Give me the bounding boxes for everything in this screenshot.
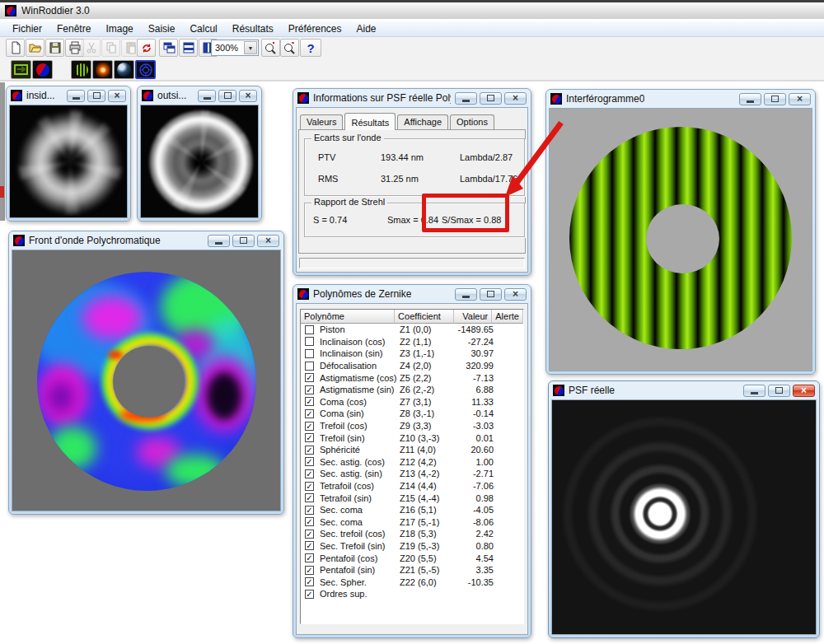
zernike-row[interactable]: ✓Sec. astig. (sin)Z13 (4,-2)-2.71 [301,468,523,480]
tab-resultats[interactable]: Résultats [344,113,396,130]
maximize-button[interactable] [218,90,236,102]
copy-button[interactable] [101,39,120,57]
tab-options[interactable]: Options [450,114,494,129]
zernike-row[interactable]: ✓Pentafoil (sin)Z21 (5,-5)3.35 [301,564,523,576]
zernike-row[interactable]: ✓Trefoil (cos)Z9 (3,3)-3.03 [301,420,523,432]
tab-affichage[interactable]: Affichage [397,114,448,129]
zernike-checkbox[interactable]: ✓ [305,433,314,442]
window-outside[interactable]: outsi... × [137,86,262,222]
window-inside-titlebar[interactable]: insid... × [7,86,130,104]
cascade-windows-button[interactable] [159,39,178,57]
close-button[interactable]: × [108,90,126,102]
menu-fenetre[interactable]: Fenêtre [49,21,98,36]
close-button[interactable]: × [789,93,811,105]
menu-preferences[interactable]: Préférences [281,21,349,36]
window-inside[interactable]: insid... × [6,86,131,222]
zernike-row[interactable]: PistonZ1 (0,0)-1489.65 [301,324,523,336]
window-psf-info[interactable]: Informations sur PSF réelle Polychro... … [293,88,531,276]
zernike-row[interactable]: ✓Ordres sup. [301,588,523,600]
zernike-row[interactable]: ✓Pentafoil (cos)Z20 (5,5)4.54 [301,552,523,564]
zernike-table[interactable]: Polynôme Coefficient Valeur Alerte Pisto… [300,309,524,624]
zernike-row[interactable]: ✓Astigmatisme (cos)Z5 (2,2)-7.13 [301,371,523,384]
menu-fichier[interactable]: Fichier [5,21,49,36]
window-wavefront-titlebar[interactable]: Front d'onde Polychromatique × [9,231,283,249]
tab-valeurs[interactable]: Valeurs [300,114,343,129]
maximize-button[interactable] [480,92,502,105]
maximize-button[interactable] [768,385,790,397]
combobox-dropdown-arrow[interactable]: ▼ [244,41,257,54]
interferogram-canvas[interactable] [549,108,812,371]
window-interferogram[interactable]: Interférogramme0 × [545,89,816,375]
menu-saisie[interactable]: Saisie [141,21,183,36]
zernike-checkbox[interactable]: ✓ [305,457,314,466]
zernike-row[interactable]: ✓SphéricitéZ11 (4,0)20.60 [301,444,523,456]
zernike-checkbox[interactable]: ✓ [305,397,314,406]
window-psf-reelle-titlebar[interactable]: PSF réelle × [549,381,819,399]
zernike-checkbox[interactable]: ✓ [305,590,314,599]
zernike-checkbox[interactable] [305,349,314,358]
close-button[interactable]: × [257,235,279,247]
close-button[interactable]: × [504,288,527,301]
close-button[interactable]: × [504,92,527,105]
minimize-button[interactable] [208,235,230,247]
zoom-level-combobox[interactable]: 300% ▼ [211,40,259,56]
wavefront-canvas[interactable] [12,250,281,511]
window-interferogram-titlebar[interactable]: Interférogramme0 × [546,90,815,107]
zernike-checkbox[interactable]: ✓ [305,506,314,515]
window-psf-reelle[interactable]: PSF réelle × [548,380,820,638]
roddier-logo-button[interactable] [32,60,53,79]
psf-view-button[interactable] [92,60,113,79]
zernike-checkbox[interactable]: ✓ [305,422,314,431]
zernike-checkbox[interactable]: ✓ [305,446,314,455]
zernike-checkbox[interactable]: ✓ [305,482,314,491]
minimize-button[interactable] [198,90,216,102]
column-coefficient[interactable]: Coefficient [395,310,453,324]
zernike-checkbox[interactable]: ✓ [305,517,314,526]
zoom-out-button[interactable] [280,39,299,57]
zernike-checkbox[interactable]: ✓ [305,530,314,539]
menu-image[interactable]: Image [98,21,140,36]
window-wavefront[interactable]: Front d'onde Polychromatique × [8,231,284,515]
zernike-row[interactable]: ✓Sec. comaZ16 (5,1)-4.05 [301,504,523,516]
zernike-checkbox[interactable]: ✓ [305,566,314,575]
minimize-button[interactable] [67,90,85,102]
zernike-checkbox[interactable]: ✓ [305,553,314,562]
zernike-row[interactable]: ✓Tetrafoil (cos)Z14 (4,4)-7.06 [301,480,523,492]
inside-image-canvas[interactable] [9,105,128,218]
close-button[interactable]: × [239,90,257,102]
zernike-row[interactable]: ✓Sec. comaZ17 (5,-1)-8.06 [301,516,523,529]
zernike-checkbox[interactable]: ✓ [305,385,314,394]
menu-aide[interactable]: Aide [349,21,384,36]
zernike-row[interactable]: Inclinaison (cos)Z2 (1,1)-27.24 [301,336,523,348]
minimize-button[interactable] [455,92,477,105]
zernike-checkbox[interactable]: ✓ [305,493,314,502]
save-button[interactable] [45,39,64,57]
zernike-row[interactable]: Inclinaison (sin)Z3 (1,-1)30.97 [301,348,523,360]
zernike-row[interactable]: ✓Astigmatisme (sin)Z6 (2,-2)6.88 [301,384,523,396]
open-button[interactable] [26,39,44,57]
maximize-button[interactable] [232,235,255,247]
help-button[interactable]: ? [300,39,321,57]
zoom-in-button[interactable] [261,39,280,57]
column-alerte[interactable]: Alerte [492,310,523,324]
psf-canvas[interactable] [551,399,817,635]
interferogram-view-button[interactable] [71,60,91,79]
zernike-row[interactable]: ✓Tetrafoil (sin)Z15 (4,-4)0.98 [301,492,523,504]
outside-image-canvas[interactable] [140,105,259,218]
zernike-row[interactable]: DéfocalisationZ4 (2,0)320.99 [301,360,523,372]
recompute-button[interactable] [137,39,156,57]
cut-button[interactable] [82,39,101,57]
zernike-row[interactable]: ✓Coma (cos)Z7 (3,1)11.33 [301,396,523,408]
zernike-row[interactable]: ✓Coma (sin)Z8 (3,-1)-0.14 [301,408,523,420]
zernike-row[interactable]: ✓Trefoil (sin)Z10 (3,-3)0.01 [301,432,523,444]
window-psf-info-titlebar[interactable]: Informations sur PSF réelle Polychro... … [293,89,531,106]
zernike-checkbox[interactable]: ✓ [305,469,314,478]
window-zernike[interactable]: Polynômes de Zernike × Polynôme Coeffici… [293,284,531,638]
zernike-checkbox[interactable]: ✓ [305,409,314,418]
close-button[interactable]: × [793,385,815,397]
zernike-row[interactable]: ✓Sec. trefoil (cos)Z18 (5,3)2.42 [301,528,523,540]
zernike-checkbox[interactable]: ✓ [305,373,314,382]
zernike-checkbox[interactable] [305,337,314,346]
column-polynome[interactable]: Polynôme [301,310,395,324]
window-zernike-titlebar[interactable]: Polynômes de Zernike × [293,285,531,302]
